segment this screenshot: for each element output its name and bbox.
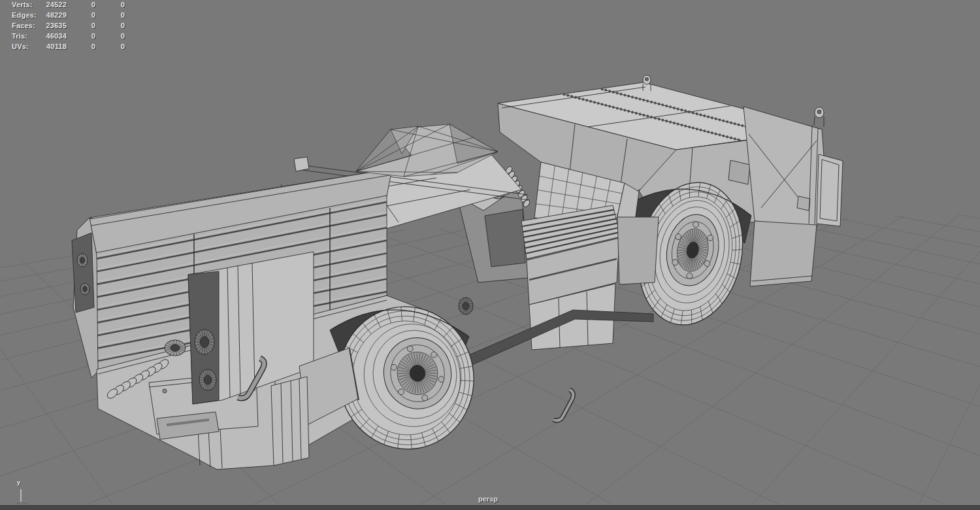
hud-row: UVs: 40118 0 0 [0, 42, 150, 52]
grab-handle-cab[interactable] [553, 390, 573, 420]
hud-row: Tris: 46034 0 0 [0, 32, 150, 41]
viewport-bottom-border [0, 504, 980, 510]
hud-row: Verts: 24522 0 0 [0, 1, 150, 10]
headlight-housing[interactable] [72, 218, 98, 378]
axis-y-label: y [17, 479, 20, 486]
camera-name-label: persp [455, 495, 521, 503]
hud-row: Faces: 23635 0 0 [0, 22, 150, 31]
headlight-ring-upper [195, 330, 214, 354]
rear-panel[interactable] [743, 107, 843, 286]
maya-perspective-viewport[interactable]: Verts: 24522 0 0 Edges: 48229 0 0 Faces:… [0, 0, 980, 510]
horn-disc [459, 298, 473, 314]
headlight-ring-lower [199, 369, 216, 390]
lifting-eye-rear[interactable] [814, 107, 824, 127]
hud-row: Edges: 48229 0 0 [0, 11, 150, 20]
wireframe-model-tow-tractor[interactable] [72, 75, 843, 469]
